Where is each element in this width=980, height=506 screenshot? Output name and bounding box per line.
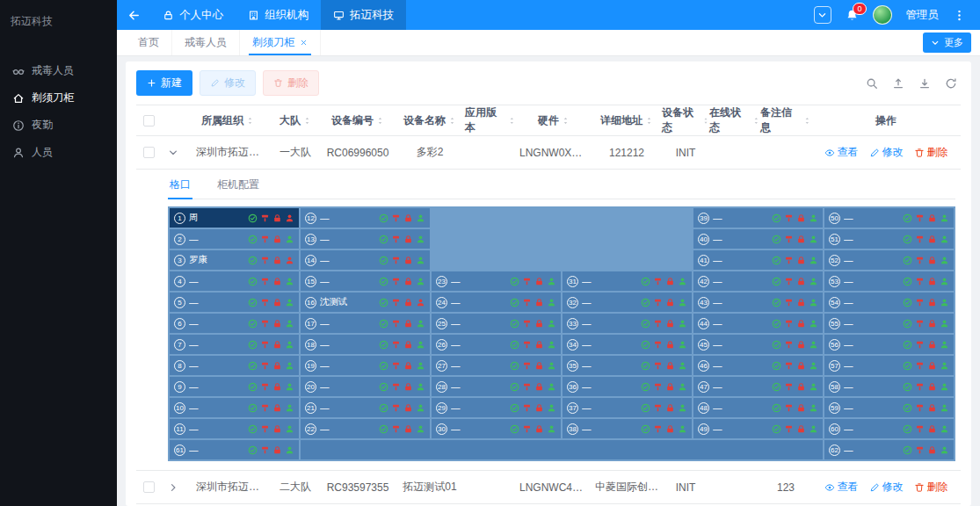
- sort-caret-icon[interactable]: [376, 117, 384, 125]
- locker-cell-55[interactable]: 55—: [824, 314, 954, 333]
- locker-cell-48[interactable]: 48—: [693, 398, 823, 417]
- locker-cell-27[interactable]: 27—: [432, 356, 561, 375]
- locker-cell-51[interactable]: 51—: [824, 229, 954, 249]
- sort-caret-icon[interactable]: [508, 117, 516, 125]
- column-header[interactable]: 设备名称: [395, 113, 465, 128]
- locker-cell-52[interactable]: 52—: [824, 250, 954, 270]
- locker-cell-49[interactable]: 49—: [693, 419, 823, 438]
- nav-menu-item[interactable]: 组织机构: [236, 0, 321, 30]
- column-header[interactable]: 备注信息: [760, 105, 811, 135]
- locker-cell-8[interactable]: 8—: [170, 356, 299, 375]
- locker-cell-16[interactable]: 16沈测试: [301, 293, 430, 312]
- back-button[interactable]: [117, 9, 150, 22]
- locker-cell-56[interactable]: 56—: [824, 335, 954, 354]
- locker-cell-61[interactable]: 61—: [170, 440, 299, 459]
- sort-caret-icon[interactable]: [246, 117, 254, 125]
- locker-cell-24[interactable]: 24—: [432, 293, 561, 312]
- sidebar-item[interactable]: 人员: [0, 139, 117, 166]
- sidebar-item[interactable]: 戒毒人员: [0, 57, 117, 84]
- locker-cell-39[interactable]: 39—: [693, 208, 823, 228]
- locker-cell-50[interactable]: 50—: [824, 208, 954, 228]
- column-header[interactable]: 设备状态: [662, 105, 709, 135]
- locker-cell-3[interactable]: 3罗康: [170, 250, 299, 270]
- locker-cell-12[interactable]: 12—: [301, 208, 430, 228]
- locker-cell-7[interactable]: 7—: [170, 335, 299, 354]
- locker-cell-42[interactable]: 42—: [693, 271, 823, 291]
- row-expander[interactable]: [161, 482, 185, 493]
- column-header[interactable]: 详细地址: [592, 113, 662, 128]
- locker-cell-26[interactable]: 26—: [432, 335, 561, 354]
- notifications-button[interactable]: 0: [846, 9, 859, 22]
- locker-cell-38[interactable]: 38—: [563, 419, 692, 438]
- sort-caret-icon[interactable]: [303, 117, 311, 125]
- locker-cell-13[interactable]: 13—: [301, 229, 430, 249]
- locker-cell-4[interactable]: 4—: [170, 271, 299, 291]
- select-all-checkbox[interactable]: [143, 115, 155, 126]
- locker-cell-9[interactable]: 9—: [170, 377, 299, 396]
- sort-caret-icon[interactable]: [645, 117, 653, 125]
- more-menu-button[interactable]: [953, 9, 966, 22]
- sort-caret-icon[interactable]: [562, 117, 570, 125]
- sort-caret-icon[interactable]: [752, 117, 760, 125]
- column-header[interactable]: 所属组织: [185, 113, 270, 128]
- sidebar-item[interactable]: 剃须刀柜: [0, 84, 117, 112]
- locker-cell-59[interactable]: 59—: [824, 398, 954, 417]
- nav-menu-item[interactable]: 拓迈科技: [321, 0, 406, 30]
- locker-cell-32[interactable]: 32—: [563, 293, 692, 312]
- panel-tab-格口[interactable]: 格口: [168, 171, 192, 199]
- locker-cell-45[interactable]: 45—: [693, 335, 823, 354]
- locker-cell-14[interactable]: 14—: [301, 250, 430, 270]
- locker-cell-47[interactable]: 47—: [693, 377, 823, 396]
- locker-cell-53[interactable]: 53—: [824, 271, 954, 291]
- edit-button[interactable]: 修改: [200, 70, 256, 96]
- sidebar-item[interactable]: 夜勤: [0, 112, 117, 139]
- locker-cell-28[interactable]: 28—: [432, 377, 561, 396]
- locker-cell-31[interactable]: 31—: [563, 271, 692, 291]
- tab-剃须刀柜[interactable]: 剃须刀柜: [240, 30, 321, 55]
- column-header[interactable]: 硬件: [516, 113, 592, 128]
- locker-cell-37[interactable]: 37—: [563, 398, 692, 417]
- avatar[interactable]: [873, 5, 892, 25]
- delete-link[interactable]: 删除: [914, 145, 948, 160]
- edit-link[interactable]: 修改: [869, 145, 904, 160]
- row-checkbox[interactable]: [143, 481, 155, 493]
- locker-cell-57[interactable]: 57—: [824, 356, 954, 375]
- column-header[interactable]: 应用版本: [465, 105, 516, 135]
- locker-cell-58[interactable]: 58—: [824, 377, 954, 396]
- row-expander[interactable]: [161, 148, 185, 158]
- locker-cell-62[interactable]: 62—: [824, 440, 954, 459]
- locker-cell-60[interactable]: 60—: [824, 419, 954, 438]
- locker-cell-35[interactable]: 35—: [563, 356, 692, 375]
- locker-cell-43[interactable]: 43—: [693, 293, 823, 312]
- locker-cell-29[interactable]: 29—: [432, 398, 561, 417]
- locker-cell-25[interactable]: 25—: [432, 314, 561, 333]
- locker-cell-23[interactable]: 23—: [432, 271, 561, 291]
- locker-cell-30[interactable]: 30—: [432, 419, 561, 438]
- column-header[interactable]: 操作: [811, 113, 961, 128]
- search-icon[interactable]: [866, 77, 878, 90]
- locker-cell-36[interactable]: 36—: [563, 377, 692, 396]
- locker-cell-18[interactable]: 18—: [301, 335, 430, 354]
- locker-cell-33[interactable]: 33—: [563, 314, 692, 333]
- locker-cell-20[interactable]: 20—: [301, 377, 430, 396]
- locker-cell-10[interactable]: 10—: [170, 398, 299, 417]
- locker-cell-17[interactable]: 17—: [301, 314, 430, 333]
- nav-menu-item[interactable]: 个人中心: [150, 0, 236, 30]
- create-button[interactable]: 新建: [136, 70, 192, 96]
- locker-cell-1[interactable]: 1周: [170, 208, 299, 228]
- locker-cell-41[interactable]: 41—: [693, 250, 823, 270]
- view-link[interactable]: 查看: [824, 480, 859, 495]
- sort-caret-icon[interactable]: [702, 117, 709, 125]
- delete-button[interactable]: 删除: [263, 70, 319, 96]
- locker-cell-2[interactable]: 2—: [170, 229, 299, 249]
- locker-cell-22[interactable]: 22—: [301, 419, 430, 438]
- delete-link[interactable]: 删除: [914, 480, 948, 495]
- column-header[interactable]: 大队: [270, 113, 321, 128]
- download-icon[interactable]: [918, 77, 931, 90]
- column-header[interactable]: 设备编号: [321, 113, 395, 128]
- tab-首页[interactable]: 首页: [126, 30, 172, 55]
- column-header[interactable]: 在线状态: [709, 105, 760, 135]
- panel-tab-柜机配置[interactable]: 柜机配置: [215, 171, 261, 199]
- locker-cell-44[interactable]: 44—: [693, 314, 823, 333]
- view-link[interactable]: 查看: [824, 145, 859, 160]
